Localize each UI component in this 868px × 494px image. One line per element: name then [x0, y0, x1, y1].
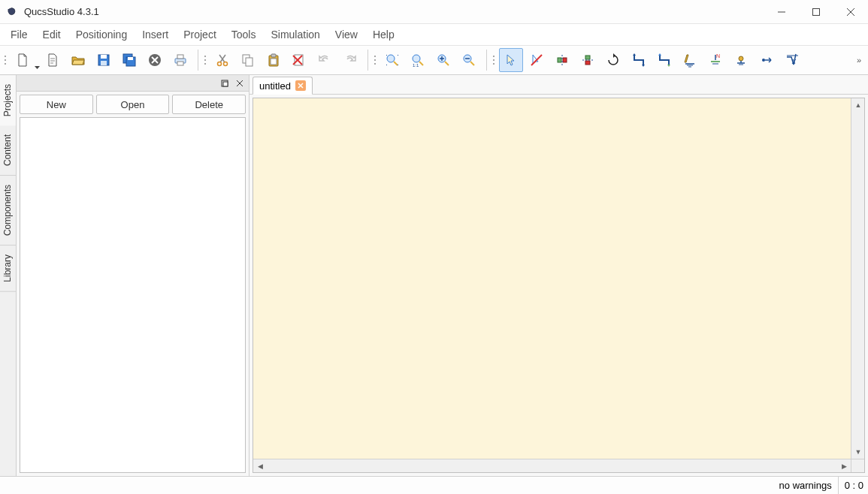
menu-simulation[interactable]: Simulation: [263, 26, 327, 44]
new-doc-button[interactable]: [11, 48, 35, 72]
save-button[interactable]: [92, 48, 116, 72]
paste-button[interactable]: [262, 48, 286, 72]
menu-tools[interactable]: Tools: [224, 26, 264, 44]
copy-button[interactable]: [236, 48, 260, 72]
svg-point-57: [739, 56, 743, 61]
mirror-v-button[interactable]: [576, 48, 600, 72]
svg-point-21: [218, 62, 222, 66]
svg-rect-23: [243, 55, 250, 63]
rotate-button[interactable]: [601, 48, 625, 72]
scroll-down-button[interactable]: ▼: [851, 445, 865, 459]
svg-line-15: [152, 57, 158, 63]
projects-list[interactable]: [20, 117, 246, 473]
insert-wire-button[interactable]: [627, 48, 651, 72]
new-text-button[interactable]: [41, 48, 65, 72]
window-minimize-button[interactable]: [764, 0, 799, 24]
window-maximize-button[interactable]: [799, 0, 833, 24]
wire-label-button[interactable]: [652, 48, 676, 72]
zoom-one-button[interactable]: 1:1: [406, 48, 430, 72]
insert-equation-button[interactable]: x: [780, 48, 804, 72]
sidebar-tab-projects[interactable]: Projects: [0, 75, 16, 125]
select-tool-button[interactable]: [499, 48, 523, 72]
menu-project[interactable]: Project: [176, 26, 224, 44]
menu-file[interactable]: File: [3, 26, 35, 44]
svg-line-14: [152, 57, 158, 63]
svg-line-41: [470, 62, 474, 65]
svg-line-2: [847, 8, 854, 16]
main-toolbar: 1:1 N x »: [0, 45, 868, 75]
save-all-button[interactable]: [117, 48, 141, 72]
statusbar: no warnings 0 : 0: [0, 476, 868, 494]
sidebar-tab-library[interactable]: Library: [0, 245, 16, 292]
scroll-left-button[interactable]: ◀: [253, 459, 267, 473]
window-title: QucsStudio 4.3.1: [24, 6, 99, 17]
close-doc-button[interactable]: [143, 48, 167, 72]
mirror-h-button[interactable]: [550, 48, 574, 72]
schematic-canvas[interactable]: [253, 98, 851, 459]
vertical-scroll-track[interactable]: [851, 112, 864, 445]
insert-port-button[interactable]: N: [703, 48, 727, 72]
status-warnings: no warnings: [773, 477, 832, 494]
open-button[interactable]: [66, 48, 90, 72]
insert-marker-button[interactable]: [755, 48, 779, 72]
svg-line-34: [419, 62, 423, 65]
svg-rect-16: [175, 59, 186, 63]
print-button[interactable]: [168, 48, 192, 72]
projects-delete-button[interactable]: Delete: [172, 95, 246, 114]
panel-float-button[interactable]: [219, 77, 231, 89]
horizontal-scrollbar[interactable]: ◀ ▶: [253, 459, 851, 472]
zoom-in-button[interactable]: [431, 48, 455, 72]
menu-help[interactable]: Help: [365, 26, 402, 44]
panel-header: [17, 75, 249, 92]
menu-edit[interactable]: Edit: [35, 26, 68, 44]
svg-rect-18: [177, 62, 183, 65]
vertical-scrollbar[interactable]: ▲ ▼: [851, 98, 864, 459]
toolbar-handle[interactable]: [491, 50, 496, 71]
undo-button[interactable]: [313, 48, 337, 72]
insert-ground-button[interactable]: [678, 48, 702, 72]
new-doc-dropdown[interactable]: [34, 48, 40, 72]
sidebar-tab-content[interactable]: Content: [0, 125, 16, 176]
svg-rect-8: [101, 55, 107, 59]
document-tab-label: untitled: [259, 80, 291, 92]
panel-close-button[interactable]: [234, 77, 246, 89]
cut-button[interactable]: [210, 48, 234, 72]
deactivate-button[interactable]: [525, 48, 549, 72]
zoom-fit-button[interactable]: [380, 48, 404, 72]
horizontal-scroll-track[interactable]: [267, 459, 837, 472]
insert-component-button[interactable]: [729, 48, 753, 72]
svg-rect-44: [558, 58, 561, 62]
projects-new-button[interactable]: New: [20, 95, 93, 114]
svg-rect-12: [128, 57, 133, 60]
window-close-button[interactable]: [833, 0, 868, 24]
svg-line-19: [219, 55, 225, 62]
document-tab-close-button[interactable]: [295, 80, 306, 91]
zoom-out-button[interactable]: [457, 48, 481, 72]
projects-open-button[interactable]: Open: [96, 95, 170, 114]
sidebar-tabs: Projects Content Components Library: [0, 75, 17, 476]
document-tab-untitled[interactable]: untitled: [253, 77, 313, 95]
toolbar-handle[interactable]: [3, 50, 8, 71]
svg-point-31: [387, 55, 395, 62]
svg-line-43: [531, 55, 542, 65]
scroll-up-button[interactable]: ▲: [851, 98, 865, 112]
svg-rect-26: [271, 54, 276, 57]
svg-rect-25: [269, 56, 278, 66]
svg-line-30: [293, 56, 302, 65]
redo-button[interactable]: [338, 48, 362, 72]
svg-line-64: [769, 60, 771, 62]
toolbar-handle[interactable]: [203, 50, 207, 71]
menu-view[interactable]: View: [328, 26, 365, 44]
projects-panel: New Open Delete: [17, 75, 249, 476]
toolbar-overflow-button[interactable]: »: [853, 56, 865, 65]
svg-line-70: [237, 80, 243, 86]
sidebar-tab-components[interactable]: Components: [0, 176, 16, 245]
delete-button[interactable]: [287, 48, 311, 72]
menu-positioning[interactable]: Positioning: [68, 26, 135, 44]
scroll-right-button[interactable]: ▶: [837, 459, 851, 473]
toolbar-handle[interactable]: [373, 50, 377, 71]
svg-rect-45: [563, 58, 567, 62]
svg-point-33: [413, 55, 420, 62]
menu-insert[interactable]: Insert: [135, 26, 176, 44]
toolbar-separator: [367, 50, 368, 71]
